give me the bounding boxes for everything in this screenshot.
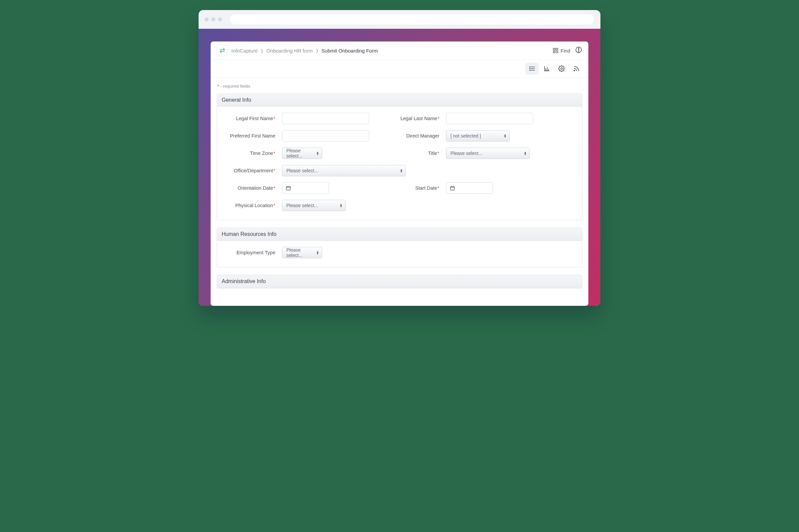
section-header: Administrative Info: [217, 275, 582, 288]
required-note: * - required fields: [217, 84, 582, 89]
start-date-input[interactable]: [446, 182, 493, 194]
section-hr-info: Human Resources Info Employment Type Ple…: [217, 228, 582, 267]
browser-titlebar: [199, 10, 600, 29]
svg-point-5: [578, 50, 579, 50]
label-time-zone: Time Zone*: [222, 151, 275, 156]
find-label: Find: [561, 48, 570, 54]
section-general-info: General Info Legal First Name* Legal Las…: [217, 93, 582, 220]
form-area: * - required fields General Info Legal F…: [211, 78, 588, 306]
view-toolbar: [211, 60, 588, 78]
calendar-icon: [450, 185, 455, 191]
rss-button[interactable]: [569, 62, 583, 75]
label-physical-location: Physical Location*: [222, 203, 275, 208]
select-value: Please select...: [286, 168, 318, 173]
rss-icon: [573, 65, 580, 72]
svg-point-18: [561, 68, 563, 70]
select-arrows-icon: ▲▼: [340, 204, 343, 207]
breadcrumb: InfoCapture ❯ Onboarding HR form ❯ Submi…: [231, 48, 378, 54]
bar-chart-icon: [544, 65, 550, 72]
svg-rect-2: [553, 51, 555, 53]
label-title: Title*: [379, 151, 439, 156]
physical-location-select[interactable]: Please select... ▲▼: [282, 200, 346, 211]
window-dot: [218, 17, 222, 21]
orientation-date-input[interactable]: [282, 182, 329, 194]
time-zone-select[interactable]: Please select... ▲▼: [282, 148, 322, 159]
select-arrows-icon: ▲▼: [316, 151, 319, 155]
legal-first-name-input[interactable]: [282, 113, 369, 124]
label-employment-type: Employment Type: [222, 250, 275, 255]
settings-button[interactable]: [555, 62, 568, 75]
browser-window: InfoCapture ❯ Onboarding HR form ❯ Submi…: [199, 10, 600, 306]
select-value: Please select...: [286, 203, 318, 208]
label-office-department: Office/Department*: [222, 168, 275, 173]
viewport: InfoCapture ❯ Onboarding HR form ❯ Submi…: [199, 29, 600, 306]
select-value: Please select...: [450, 151, 482, 156]
app-panel: InfoCapture ❯ Onboarding HR form ❯ Submi…: [211, 41, 588, 306]
svg-point-12: [530, 70, 530, 71]
svg-point-4: [578, 48, 579, 49]
find-button[interactable]: Find: [552, 48, 570, 54]
svg-point-10: [530, 66, 530, 67]
qr-scan-icon: [552, 48, 559, 54]
select-value: [ not selected ]: [450, 133, 481, 138]
breadcrumb-item[interactable]: Onboarding HR form: [266, 48, 312, 54]
topbar-actions: Find: [552, 46, 582, 55]
employment-type-select[interactable]: Please select... ▲▼: [282, 247, 322, 258]
gear-icon: [558, 65, 565, 72]
label-orientation-date: Orientation Date*: [222, 185, 275, 191]
select-value: Please select...: [286, 247, 312, 258]
select-arrows-icon: ▲▼: [524, 151, 527, 155]
address-bar[interactable]: [230, 14, 594, 25]
svg-rect-20: [286, 186, 290, 190]
chart-view-button[interactable]: [540, 62, 553, 75]
section-header: Human Resources Info: [217, 228, 582, 241]
svg-rect-1: [556, 48, 558, 50]
office-department-select[interactable]: Please select... ▲▼: [282, 165, 406, 176]
select-arrows-icon: ▲▼: [504, 134, 507, 138]
direct-manager-select[interactable]: [ not selected ] ▲▼: [446, 130, 510, 141]
svg-point-6: [578, 51, 579, 52]
legal-last-name-input[interactable]: [446, 113, 533, 124]
preferred-first-name-input[interactable]: [282, 130, 369, 141]
title-select[interactable]: Please select... ▲▼: [446, 148, 530, 159]
label-direct-manager: Direct Manager: [379, 133, 439, 138]
section-admin-info: Administrative Info: [217, 275, 582, 288]
chevron-right-icon: ❯: [315, 48, 319, 53]
calendar-icon: [286, 185, 291, 191]
section-header: General Info: [217, 94, 582, 107]
info-icon[interactable]: [575, 46, 582, 55]
window-dot: [205, 17, 208, 21]
app-logo-icon: [217, 45, 228, 56]
svg-rect-24: [450, 186, 454, 190]
label-legal-first-name: Legal First Name*: [222, 116, 275, 121]
label-legal-last-name: Legal Last Name*: [379, 116, 439, 121]
svg-rect-0: [553, 48, 555, 50]
topbar: InfoCapture ❯ Onboarding HR form ❯ Submi…: [211, 41, 588, 60]
svg-point-11: [530, 68, 530, 69]
select-arrows-icon: ▲▼: [316, 251, 319, 254]
breadcrumb-current: Submit Onboarding Form: [322, 48, 378, 54]
label-start-date: Start Date*: [379, 185, 439, 191]
window-dot: [211, 17, 215, 21]
list-icon: [529, 65, 535, 72]
breadcrumb-item[interactable]: InfoCapture: [231, 48, 257, 54]
list-view-button[interactable]: [525, 62, 539, 75]
svg-point-19: [574, 70, 575, 71]
select-value: Please select...: [286, 148, 312, 158]
chevron-right-icon: ❯: [260, 48, 264, 53]
required-note-text: - required fields: [219, 84, 250, 89]
label-preferred-first-name: Preferred First Name: [222, 133, 275, 138]
select-arrows-icon: ▲▼: [400, 169, 403, 173]
